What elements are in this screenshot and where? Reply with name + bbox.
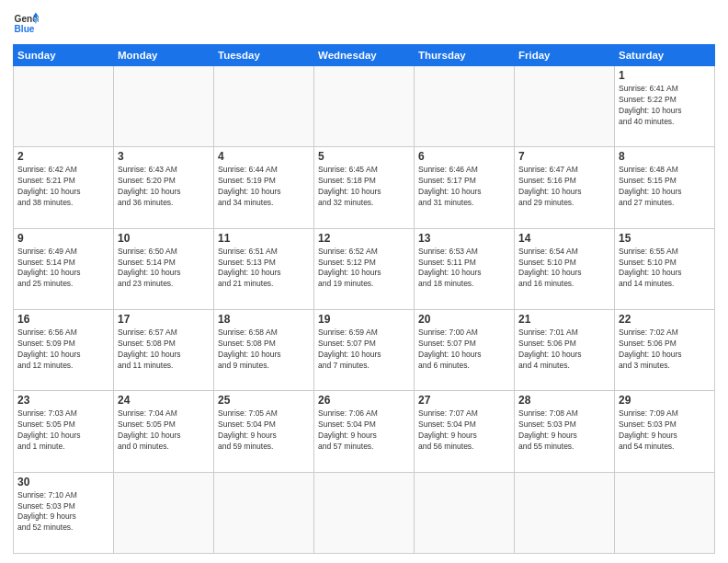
day-number: 14 xyxy=(518,232,610,245)
day-info: Sunrise: 6:55 AM Sunset: 5:10 PM Dayligh… xyxy=(619,247,711,291)
day-number: 19 xyxy=(318,313,410,326)
day-info: Sunrise: 7:08 AM Sunset: 5:03 PM Dayligh… xyxy=(518,408,610,453)
day-info: Sunrise: 6:47 AM Sunset: 5:16 PM Dayligh… xyxy=(518,165,610,209)
calendar-day-cell: 5Sunrise: 6:45 AM Sunset: 5:18 PM Daylig… xyxy=(314,147,415,228)
calendar-day-cell: 13Sunrise: 6:53 AM Sunset: 5:11 PM Dayli… xyxy=(415,228,515,309)
calendar-day-cell: 19Sunrise: 6:59 AM Sunset: 5:07 PM Dayli… xyxy=(314,309,415,390)
calendar-day-cell xyxy=(214,66,314,147)
calendar-day-cell: 7Sunrise: 6:47 AM Sunset: 5:16 PM Daylig… xyxy=(515,147,615,228)
day-info: Sunrise: 6:56 AM Sunset: 5:09 PM Dayligh… xyxy=(17,327,109,372)
day-number: 6 xyxy=(418,150,510,163)
calendar-day-cell: 22Sunrise: 7:02 AM Sunset: 5:06 PM Dayli… xyxy=(615,309,715,390)
day-number: 28 xyxy=(518,394,610,407)
calendar-day-cell xyxy=(515,66,615,147)
calendar-day-cell: 26Sunrise: 7:06 AM Sunset: 5:04 PM Dayli… xyxy=(314,391,415,472)
calendar-day-cell: 12Sunrise: 6:52 AM Sunset: 5:12 PM Dayli… xyxy=(314,228,415,309)
svg-text:Blue: Blue xyxy=(15,24,35,34)
day-info: Sunrise: 6:50 AM Sunset: 5:14 PM Dayligh… xyxy=(118,247,210,291)
calendar-day-cell: 27Sunrise: 7:07 AM Sunset: 5:04 PM Dayli… xyxy=(415,391,515,472)
day-info: Sunrise: 6:48 AM Sunset: 5:15 PM Dayligh… xyxy=(619,165,711,209)
calendar-day-cell xyxy=(314,472,415,553)
calendar-day-cell xyxy=(114,66,214,147)
day-info: Sunrise: 7:04 AM Sunset: 5:05 PM Dayligh… xyxy=(118,408,210,453)
calendar-day-cell xyxy=(14,66,114,147)
day-number: 9 xyxy=(17,232,109,245)
day-number: 29 xyxy=(619,394,711,407)
calendar-day-cell: 10Sunrise: 6:50 AM Sunset: 5:14 PM Dayli… xyxy=(114,228,214,309)
calendar-day-cell: 28Sunrise: 7:08 AM Sunset: 5:03 PM Dayli… xyxy=(515,391,615,472)
calendar-day-cell: 8Sunrise: 6:48 AM Sunset: 5:15 PM Daylig… xyxy=(615,147,715,228)
day-number: 1 xyxy=(619,69,711,82)
calendar-day-cell xyxy=(214,472,314,553)
day-info: Sunrise: 7:05 AM Sunset: 5:04 PM Dayligh… xyxy=(218,408,310,453)
calendar-week-row: 1Sunrise: 6:41 AM Sunset: 5:22 PM Daylig… xyxy=(14,66,715,147)
logo-icon: General Blue xyxy=(13,11,39,37)
day-number: 18 xyxy=(218,313,310,326)
calendar-day-cell: 23Sunrise: 7:03 AM Sunset: 5:05 PM Dayli… xyxy=(14,391,114,472)
calendar-day-cell: 9Sunrise: 6:49 AM Sunset: 5:14 PM Daylig… xyxy=(14,228,114,309)
calendar-week-row: 9Sunrise: 6:49 AM Sunset: 5:14 PM Daylig… xyxy=(14,228,715,309)
day-number: 17 xyxy=(118,313,210,326)
day-info: Sunrise: 6:44 AM Sunset: 5:19 PM Dayligh… xyxy=(218,165,310,209)
day-number: 12 xyxy=(318,232,410,245)
calendar-day-cell xyxy=(415,66,515,147)
day-number: 25 xyxy=(218,394,310,407)
weekday-header-tuesday: Tuesday xyxy=(214,45,314,66)
day-number: 11 xyxy=(218,232,310,245)
weekday-header-monday: Monday xyxy=(114,45,214,66)
day-number: 5 xyxy=(318,150,410,163)
calendar-day-cell: 29Sunrise: 7:09 AM Sunset: 5:03 PM Dayli… xyxy=(615,391,715,472)
day-number: 3 xyxy=(118,150,210,163)
weekday-header-saturday: Saturday xyxy=(615,45,715,66)
calendar-week-row: 2Sunrise: 6:42 AM Sunset: 5:21 PM Daylig… xyxy=(14,147,715,228)
day-number: 20 xyxy=(418,313,510,326)
weekday-header-row: SundayMondayTuesdayWednesdayThursdayFrid… xyxy=(14,45,715,66)
day-info: Sunrise: 6:51 AM Sunset: 5:13 PM Dayligh… xyxy=(218,247,310,291)
calendar-day-cell xyxy=(415,472,515,553)
day-number: 22 xyxy=(619,313,711,326)
day-info: Sunrise: 7:07 AM Sunset: 5:04 PM Dayligh… xyxy=(418,408,510,453)
calendar-week-row: 30Sunrise: 7:10 AM Sunset: 5:03 PM Dayli… xyxy=(14,472,715,553)
day-info: Sunrise: 6:52 AM Sunset: 5:12 PM Dayligh… xyxy=(318,247,410,291)
day-info: Sunrise: 6:45 AM Sunset: 5:18 PM Dayligh… xyxy=(318,165,410,209)
calendar-day-cell: 15Sunrise: 6:55 AM Sunset: 5:10 PM Dayli… xyxy=(615,228,715,309)
calendar-day-cell: 24Sunrise: 7:04 AM Sunset: 5:05 PM Dayli… xyxy=(114,391,214,472)
day-info: Sunrise: 7:03 AM Sunset: 5:05 PM Dayligh… xyxy=(17,408,109,453)
day-number: 2 xyxy=(17,150,109,163)
calendar-day-cell: 1Sunrise: 6:41 AM Sunset: 5:22 PM Daylig… xyxy=(615,66,715,147)
day-number: 13 xyxy=(418,232,510,245)
calendar-day-cell: 20Sunrise: 7:00 AM Sunset: 5:07 PM Dayli… xyxy=(415,309,515,390)
day-info: Sunrise: 6:43 AM Sunset: 5:20 PM Dayligh… xyxy=(118,165,210,209)
weekday-header-sunday: Sunday xyxy=(14,45,114,66)
calendar-day-cell: 18Sunrise: 6:58 AM Sunset: 5:08 PM Dayli… xyxy=(214,309,314,390)
day-info: Sunrise: 6:58 AM Sunset: 5:08 PM Dayligh… xyxy=(218,327,310,372)
day-info: Sunrise: 7:10 AM Sunset: 5:03 PM Dayligh… xyxy=(17,490,109,534)
calendar-day-cell xyxy=(114,472,214,553)
day-number: 16 xyxy=(17,313,109,326)
header: General Blue xyxy=(13,11,715,37)
day-number: 21 xyxy=(518,313,610,326)
logo: General Blue xyxy=(13,11,39,37)
calendar-day-cell: 2Sunrise: 6:42 AM Sunset: 5:21 PM Daylig… xyxy=(14,147,114,228)
day-number: 24 xyxy=(118,394,210,407)
calendar-day-cell: 21Sunrise: 7:01 AM Sunset: 5:06 PM Dayli… xyxy=(515,309,615,390)
calendar-week-row: 16Sunrise: 6:56 AM Sunset: 5:09 PM Dayli… xyxy=(14,309,715,390)
day-info: Sunrise: 6:57 AM Sunset: 5:08 PM Dayligh… xyxy=(118,327,210,372)
calendar-day-cell: 4Sunrise: 6:44 AM Sunset: 5:19 PM Daylig… xyxy=(214,147,314,228)
day-info: Sunrise: 6:41 AM Sunset: 5:22 PM Dayligh… xyxy=(619,84,711,128)
weekday-header-wednesday: Wednesday xyxy=(314,45,415,66)
calendar-table: SundayMondayTuesdayWednesdayThursdayFrid… xyxy=(13,44,715,554)
calendar-day-cell xyxy=(615,472,715,553)
day-info: Sunrise: 6:59 AM Sunset: 5:07 PM Dayligh… xyxy=(318,327,410,372)
day-number: 10 xyxy=(118,232,210,245)
day-number: 7 xyxy=(518,150,610,163)
calendar-week-row: 23Sunrise: 7:03 AM Sunset: 5:05 PM Dayli… xyxy=(14,391,715,472)
day-number: 15 xyxy=(619,232,711,245)
page: General Blue SundayMondayTuesdayWednesda… xyxy=(0,0,728,563)
day-number: 23 xyxy=(17,394,109,407)
calendar-day-cell: 25Sunrise: 7:05 AM Sunset: 5:04 PM Dayli… xyxy=(214,391,314,472)
calendar-day-cell: 30Sunrise: 7:10 AM Sunset: 5:03 PM Dayli… xyxy=(14,472,114,553)
weekday-header-friday: Friday xyxy=(515,45,615,66)
day-info: Sunrise: 6:46 AM Sunset: 5:17 PM Dayligh… xyxy=(418,165,510,209)
day-number: 4 xyxy=(218,150,310,163)
